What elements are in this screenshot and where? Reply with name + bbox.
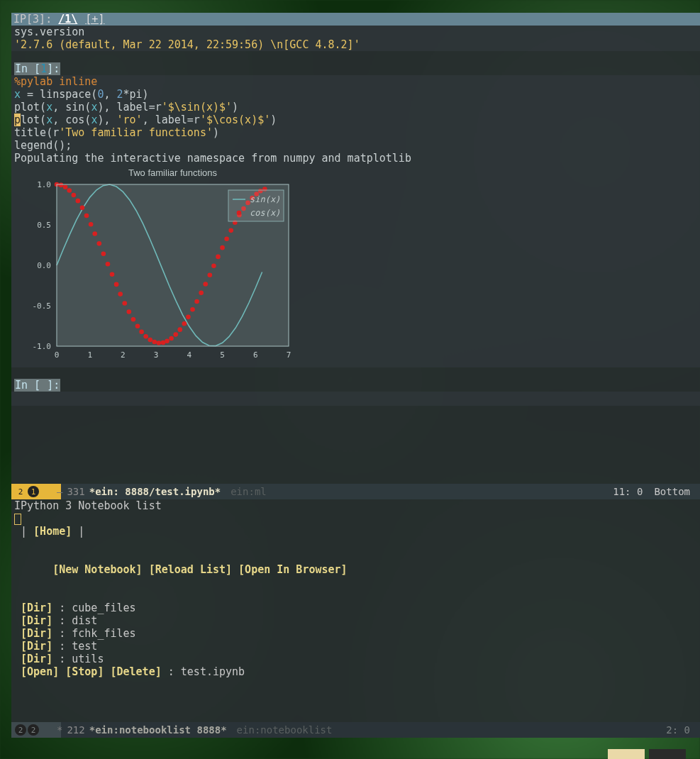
- tab-prefix: IP[3]:: [13, 13, 58, 26]
- svg-text:5: 5: [220, 350, 225, 360]
- text-cursor: [14, 514, 21, 525]
- ml-indicator-2: 1: [28, 486, 39, 497]
- cell-1-prompt: In [1]:: [11, 62, 700, 75]
- cell-1-stdout: Populating the interactive namespace fro…: [11, 152, 700, 165]
- svg-point-45: [182, 321, 187, 326]
- svg-text:6: 6: [253, 350, 258, 360]
- svg-point-24: [92, 231, 97, 236]
- svg-point-44: [177, 327, 182, 332]
- svg-text:sin(x): sin(x): [250, 194, 280, 204]
- svg-point-25: [96, 241, 101, 246]
- svg-text:Two familiar functions: Two familiar functions: [128, 167, 217, 178]
- tab-add-button[interactable]: [+]: [85, 13, 104, 26]
- taskbar-item[interactable]: [608, 749, 645, 759]
- svg-point-28: [110, 272, 115, 277]
- svg-point-32: [127, 309, 132, 314]
- svg-point-35: [139, 330, 144, 335]
- chart-svg: Two familiar functions01234567-1.0-0.50.…: [16, 166, 296, 365]
- svg-point-41: [165, 339, 170, 344]
- tab-bar: IP[3]: /1\ [+]: [11, 13, 700, 26]
- svg-point-39: [157, 340, 162, 345]
- notebook-pane: sys.version '2.7.6 (default, Mar 22 2014…: [11, 26, 700, 484]
- svg-point-54: [220, 245, 225, 250]
- matplotlib-output: Two familiar functions01234567-1.0-0.50.…: [11, 165, 700, 367]
- svg-point-34: [135, 323, 140, 328]
- svg-point-19: [72, 193, 77, 198]
- cell-empty-prompt[interactable]: In [ ]:: [11, 379, 700, 392]
- nb-entry: [Dir] : test: [14, 640, 697, 653]
- svg-point-52: [211, 263, 216, 268]
- svg-text:-0.5: -0.5: [33, 301, 52, 311]
- buffer-name-2: *ein:notebooklist 8888*: [89, 724, 227, 736]
- stop-button[interactable]: [Stop]: [65, 665, 104, 678]
- dir-button[interactable]: [Dir]: [21, 653, 52, 665]
- new-notebook-button[interactable]: [New Notebook]: [52, 563, 142, 576]
- svg-point-56: [228, 228, 233, 233]
- text-cursor: p: [14, 113, 21, 126]
- svg-point-43: [173, 332, 178, 337]
- svg-point-38: [152, 340, 157, 345]
- nblist-title: IPython 3 Notebook list: [14, 499, 697, 512]
- svg-point-21: [80, 206, 85, 211]
- nb-entry: [Dir] : cube_files: [14, 602, 697, 614]
- line-col-indicator: 11: 0: [613, 486, 643, 497]
- nb-entry: [Dir] : dist: [14, 614, 697, 627]
- svg-text:1.0: 1.0: [37, 180, 51, 189]
- open-button[interactable]: [Open]: [21, 665, 59, 678]
- svg-point-46: [186, 315, 191, 320]
- svg-point-18: [67, 188, 72, 193]
- svg-text:-1.0: -1.0: [33, 342, 52, 351]
- svg-point-50: [203, 282, 208, 287]
- svg-point-26: [101, 251, 106, 256]
- svg-point-49: [199, 291, 204, 296]
- svg-point-48: [194, 299, 199, 304]
- output-cell-result: '2.7.6 (default, Mar 22 2014, 22:59:56) …: [11, 38, 700, 51]
- open-in-browser-button[interactable]: [Open In Browser]: [238, 563, 348, 576]
- nb-entry: [Open] [Stop] [Delete] : test.ipynb: [14, 665, 697, 678]
- svg-point-23: [89, 222, 94, 227]
- svg-point-47: [190, 307, 195, 312]
- modeline-bottom: 2 2 * 212 *ein:notebooklist 8888* ein:no…: [11, 722, 700, 738]
- svg-point-31: [122, 301, 127, 306]
- svg-text:0: 0: [55, 350, 60, 360]
- svg-point-53: [216, 255, 221, 260]
- svg-point-16: [59, 183, 64, 188]
- svg-point-27: [106, 262, 111, 267]
- svg-point-20: [76, 199, 81, 204]
- dir-button[interactable]: [Dir]: [21, 602, 52, 614]
- svg-point-51: [208, 272, 213, 277]
- output-cell-text: sys.version: [11, 26, 700, 38]
- svg-point-22: [84, 214, 89, 218]
- notebook-list-pane: IPython 3 Notebook list | [Home] | [New …: [11, 499, 700, 678]
- dir-button[interactable]: [Dir]: [21, 640, 52, 653]
- svg-text:1: 1: [87, 350, 92, 360]
- buffer-name: *ein: 8888/test.ipynb*: [89, 486, 221, 497]
- svg-point-30: [118, 292, 123, 297]
- cell-1-code[interactable]: %pylab inline x = linspace(0, 2*pi) plot…: [11, 75, 700, 165]
- home-button[interactable]: [Home]: [33, 525, 72, 538]
- dir-button[interactable]: [Dir]: [21, 627, 52, 640]
- svg-text:7: 7: [287, 350, 291, 360]
- dir-button[interactable]: [Dir]: [21, 614, 52, 627]
- delete-button[interactable]: [Delete]: [110, 665, 161, 678]
- svg-text:2: 2: [121, 350, 126, 360]
- major-mode-2: ein:notebooklist: [237, 724, 333, 736]
- svg-text:4: 4: [187, 350, 192, 360]
- ml-indicator-1: 2: [15, 486, 26, 497]
- svg-point-29: [114, 282, 119, 287]
- nb-entry: [Dir] : fchk_files: [14, 627, 697, 640]
- svg-point-68: [237, 211, 242, 216]
- svg-text:0.5: 0.5: [37, 221, 51, 230]
- modeline-top: 2 1 – 331 *ein: 8888/test.ipynb* ein:ml …: [11, 484, 700, 499]
- svg-point-17: [63, 184, 68, 189]
- reload-list-button[interactable]: [Reload List]: [149, 563, 232, 576]
- taskbar-item[interactable]: [649, 749, 686, 759]
- major-mode: ein:ml: [230, 486, 267, 497]
- svg-point-37: [148, 338, 152, 343]
- svg-point-33: [131, 317, 136, 322]
- tab-active[interactable]: /1\: [58, 13, 77, 26]
- position-indicator: Bottom: [654, 486, 690, 497]
- nb-entry: [Dir] : utils: [14, 653, 697, 665]
- svg-point-55: [224, 236, 229, 241]
- ml2-indicator-2: 2: [28, 724, 39, 736]
